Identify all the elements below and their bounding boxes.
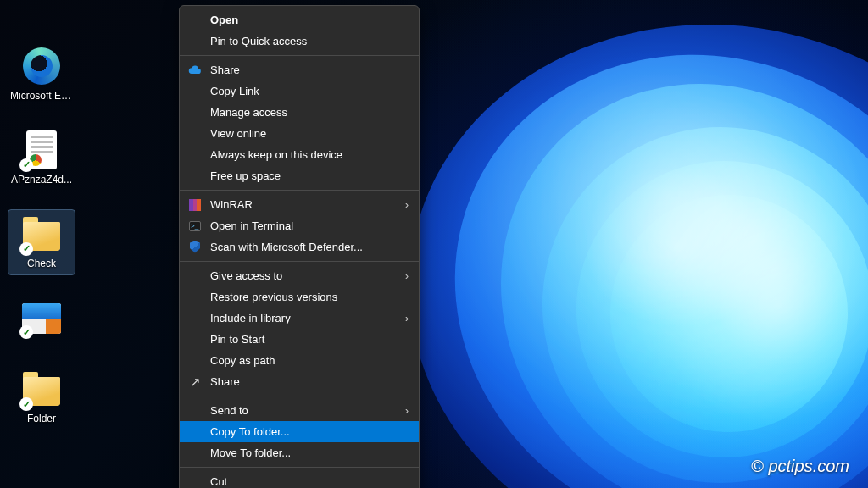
wallpaper-bloom [356, 0, 868, 488]
desktop-icon-edge[interactable]: Microsoft Edge [8, 42, 75, 108]
menu-item-include-in-library[interactable]: Include in library› [180, 308, 419, 329]
terminal-icon: >_ [188, 219, 202, 233]
menu-item-pin-to-quick-access[interactable]: Pin to Quick access [180, 30, 419, 52]
desktop-icon-label: APznzaZ4d... [10, 175, 73, 186]
menu-separator [180, 190, 419, 191]
doc-icon [21, 130, 62, 170]
menu-item-label: Move To folder... [210, 446, 291, 459]
menu-item-pin-to-start[interactable]: Pin to Start [180, 329, 419, 350]
chevron-right-icon: › [405, 313, 409, 324]
cloud-icon [188, 64, 202, 77]
menu-item-label: WinRAR [210, 198, 253, 211]
menu-separator [180, 396, 419, 396]
menu-item-move-to-folder[interactable]: Move To folder... [180, 442, 419, 463]
edge-icon [21, 46, 62, 86]
folder-icon [21, 369, 62, 409]
menu-item-always-keep-on-this-device[interactable]: Always keep on this device [180, 144, 419, 165]
cpl-icon [21, 297, 62, 337]
menu-item-label: Free up space [210, 169, 281, 182]
desktop-icon-check[interactable]: Check [8, 210, 75, 275]
desktop-icons: Microsoft EdgeAPznzaZ4d...CheckFolder [8, 42, 76, 449]
desktop-icon-folder2[interactable]: Folder [8, 365, 75, 430]
menu-item-view-online[interactable]: View online [180, 123, 419, 144]
menu-item-label: Give access to [210, 269, 282, 282]
sync-badge-icon [19, 397, 33, 411]
menu-item-label: Include in library [210, 312, 291, 324]
menu-item-label: Manage access [210, 106, 287, 119]
menu-item-manage-access[interactable]: Manage access [180, 102, 419, 123]
menu-item-label: Share [210, 64, 240, 76]
menu-item-label: Copy as path [210, 354, 275, 367]
menu-item-winrar[interactable]: WinRAR› [180, 194, 419, 215]
chevron-right-icon: › [405, 199, 409, 211]
chevron-right-icon: › [405, 405, 409, 417]
menu-item-label: Open [210, 14, 238, 26]
menu-item-label: Copy To folder... [210, 425, 290, 438]
menu-separator [180, 261, 419, 262]
menu-item-label: Pin to Start [210, 333, 264, 346]
menu-separator [180, 55, 419, 56]
menu-separator [180, 467, 419, 468]
menu-item-label: Restore previous versions [210, 291, 337, 303]
menu-item-label: Cut [210, 475, 227, 488]
books-icon [188, 198, 202, 212]
menu-item-restore-previous-versions[interactable]: Restore previous versions [180, 286, 419, 308]
desktop-icon-label: Folder [10, 413, 73, 425]
menu-item-open[interactable]: Open [180, 9, 419, 30]
desktop-icon-label: Microsoft Edge [10, 91, 73, 103]
desktop-icon-label: Check [10, 258, 73, 270]
share-icon: ↗ [188, 375, 202, 389]
context-menu: OpenPin to Quick accessShareCopy LinkMan… [179, 5, 420, 488]
menu-item-copy-link[interactable]: Copy Link [180, 80, 419, 102]
menu-item-label: Pin to Quick access [210, 35, 307, 47]
menu-item-label: Copy Link [210, 85, 259, 97]
desktop-icon-doc1[interactable]: APznzaZ4d... [8, 126, 75, 191]
menu-item-label: Always keep on this device [210, 148, 342, 161]
desktop-icon-cpl[interactable] [8, 293, 75, 347]
chevron-right-icon: › [405, 270, 409, 282]
menu-item-share[interactable]: ↗Share [180, 371, 419, 392]
menu-item-copy-to-folder[interactable]: Copy To folder... [180, 421, 419, 442]
menu-item-open-in-terminal[interactable]: >_Open in Terminal [180, 215, 419, 236]
folder-icon [21, 214, 62, 254]
sync-badge-icon [19, 242, 33, 256]
menu-item-share[interactable]: Share [180, 59, 419, 80]
shield-icon [188, 241, 202, 254]
menu-item-scan-with-microsoft-defender[interactable]: Scan with Microsoft Defender... [180, 236, 419, 258]
menu-item-label: View online [210, 127, 266, 140]
menu-item-label: Open in Terminal [210, 219, 293, 232]
sync-badge-icon [19, 325, 33, 339]
menu-item-label: Scan with Microsoft Defender... [210, 241, 363, 253]
menu-item-label: Send to [210, 404, 248, 417]
watermark: © pctips.com [751, 457, 849, 476]
menu-item-send-to[interactable]: Send to› [180, 400, 419, 421]
menu-item-copy-as-path[interactable]: Copy as path [180, 350, 419, 371]
menu-item-free-up-space[interactable]: Free up space [180, 165, 419, 186]
menu-item-give-access-to[interactable]: Give access to› [180, 265, 419, 286]
sync-badge-icon [19, 158, 33, 172]
menu-item-cut[interactable]: Cut [180, 471, 419, 488]
menu-item-label: Share [210, 375, 240, 388]
